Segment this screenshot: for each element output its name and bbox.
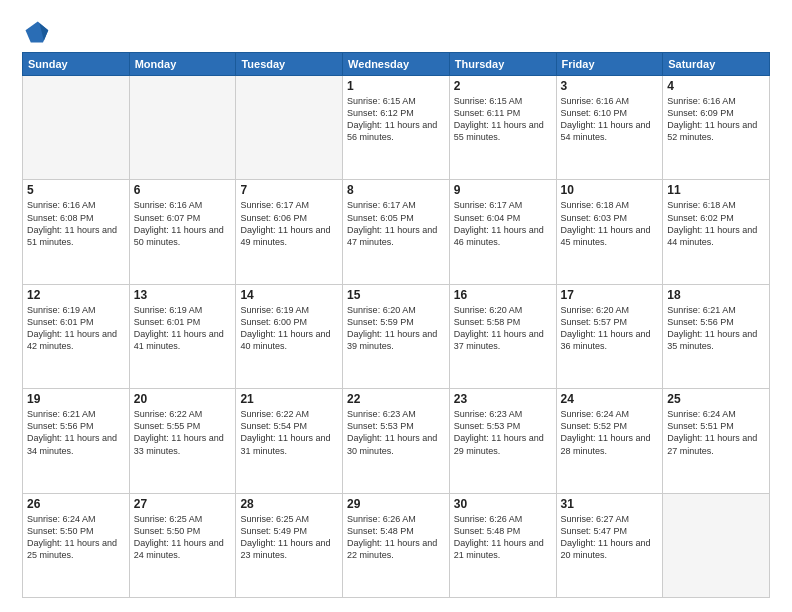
day-number: 25 <box>667 392 765 406</box>
calendar-cell: 8Sunrise: 6:17 AMSunset: 6:05 PMDaylight… <box>343 180 450 284</box>
day-header-thursday: Thursday <box>449 53 556 76</box>
calendar-cell: 27Sunrise: 6:25 AMSunset: 5:50 PMDayligh… <box>129 493 236 597</box>
cell-text: Sunrise: 6:15 AMSunset: 6:12 PMDaylight:… <box>347 95 445 144</box>
cell-text: Sunrise: 6:24 AMSunset: 5:50 PMDaylight:… <box>27 513 125 562</box>
day-number: 26 <box>27 497 125 511</box>
cell-text: Sunrise: 6:26 AMSunset: 5:48 PMDaylight:… <box>454 513 552 562</box>
day-number: 17 <box>561 288 659 302</box>
cell-text: Sunrise: 6:25 AMSunset: 5:50 PMDaylight:… <box>134 513 232 562</box>
cell-text: Sunrise: 6:21 AMSunset: 5:56 PMDaylight:… <box>27 408 125 457</box>
cell-text: Sunrise: 6:21 AMSunset: 5:56 PMDaylight:… <box>667 304 765 353</box>
day-number: 18 <box>667 288 765 302</box>
day-number: 23 <box>454 392 552 406</box>
day-number: 7 <box>240 183 338 197</box>
logo <box>22 18 54 46</box>
calendar-cell: 16Sunrise: 6:20 AMSunset: 5:58 PMDayligh… <box>449 284 556 388</box>
calendar-cell: 10Sunrise: 6:18 AMSunset: 6:03 PMDayligh… <box>556 180 663 284</box>
calendar-cell: 25Sunrise: 6:24 AMSunset: 5:51 PMDayligh… <box>663 389 770 493</box>
cell-text: Sunrise: 6:16 AMSunset: 6:09 PMDaylight:… <box>667 95 765 144</box>
calendar-cell: 19Sunrise: 6:21 AMSunset: 5:56 PMDayligh… <box>23 389 130 493</box>
day-header-tuesday: Tuesday <box>236 53 343 76</box>
day-number: 27 <box>134 497 232 511</box>
cell-text: Sunrise: 6:25 AMSunset: 5:49 PMDaylight:… <box>240 513 338 562</box>
cell-text: Sunrise: 6:16 AMSunset: 6:08 PMDaylight:… <box>27 199 125 248</box>
cell-text: Sunrise: 6:26 AMSunset: 5:48 PMDaylight:… <box>347 513 445 562</box>
day-number: 1 <box>347 79 445 93</box>
calendar-cell <box>663 493 770 597</box>
cell-text: Sunrise: 6:24 AMSunset: 5:52 PMDaylight:… <box>561 408 659 457</box>
calendar-cell: 18Sunrise: 6:21 AMSunset: 5:56 PMDayligh… <box>663 284 770 388</box>
calendar-cell: 5Sunrise: 6:16 AMSunset: 6:08 PMDaylight… <box>23 180 130 284</box>
day-header-monday: Monday <box>129 53 236 76</box>
calendar-cell: 28Sunrise: 6:25 AMSunset: 5:49 PMDayligh… <box>236 493 343 597</box>
page: SundayMondayTuesdayWednesdayThursdayFrid… <box>0 0 792 612</box>
cell-text: Sunrise: 6:16 AMSunset: 6:07 PMDaylight:… <box>134 199 232 248</box>
day-number: 16 <box>454 288 552 302</box>
calendar-cell <box>129 76 236 180</box>
calendar-cell: 1Sunrise: 6:15 AMSunset: 6:12 PMDaylight… <box>343 76 450 180</box>
calendar-cell: 20Sunrise: 6:22 AMSunset: 5:55 PMDayligh… <box>129 389 236 493</box>
cell-text: Sunrise: 6:20 AMSunset: 5:58 PMDaylight:… <box>454 304 552 353</box>
day-number: 28 <box>240 497 338 511</box>
cell-text: Sunrise: 6:17 AMSunset: 6:05 PMDaylight:… <box>347 199 445 248</box>
calendar-cell: 14Sunrise: 6:19 AMSunset: 6:00 PMDayligh… <box>236 284 343 388</box>
day-number: 8 <box>347 183 445 197</box>
calendar-week-5: 26Sunrise: 6:24 AMSunset: 5:50 PMDayligh… <box>23 493 770 597</box>
calendar-week-4: 19Sunrise: 6:21 AMSunset: 5:56 PMDayligh… <box>23 389 770 493</box>
calendar-cell: 13Sunrise: 6:19 AMSunset: 6:01 PMDayligh… <box>129 284 236 388</box>
day-number: 10 <box>561 183 659 197</box>
day-number: 6 <box>134 183 232 197</box>
day-number: 13 <box>134 288 232 302</box>
day-number: 30 <box>454 497 552 511</box>
day-number: 14 <box>240 288 338 302</box>
day-number: 21 <box>240 392 338 406</box>
cell-text: Sunrise: 6:19 AMSunset: 6:00 PMDaylight:… <box>240 304 338 353</box>
calendar-cell: 2Sunrise: 6:15 AMSunset: 6:11 PMDaylight… <box>449 76 556 180</box>
day-number: 29 <box>347 497 445 511</box>
calendar-cell <box>236 76 343 180</box>
cell-text: Sunrise: 6:18 AMSunset: 6:03 PMDaylight:… <box>561 199 659 248</box>
cell-text: Sunrise: 6:24 AMSunset: 5:51 PMDaylight:… <box>667 408 765 457</box>
calendar-cell: 22Sunrise: 6:23 AMSunset: 5:53 PMDayligh… <box>343 389 450 493</box>
cell-text: Sunrise: 6:20 AMSunset: 5:57 PMDaylight:… <box>561 304 659 353</box>
day-number: 2 <box>454 79 552 93</box>
cell-text: Sunrise: 6:17 AMSunset: 6:06 PMDaylight:… <box>240 199 338 248</box>
day-number: 5 <box>27 183 125 197</box>
calendar-cell: 26Sunrise: 6:24 AMSunset: 5:50 PMDayligh… <box>23 493 130 597</box>
cell-text: Sunrise: 6:23 AMSunset: 5:53 PMDaylight:… <box>454 408 552 457</box>
cell-text: Sunrise: 6:15 AMSunset: 6:11 PMDaylight:… <box>454 95 552 144</box>
day-number: 3 <box>561 79 659 93</box>
calendar-week-2: 5Sunrise: 6:16 AMSunset: 6:08 PMDaylight… <box>23 180 770 284</box>
cell-text: Sunrise: 6:22 AMSunset: 5:54 PMDaylight:… <box>240 408 338 457</box>
calendar-week-3: 12Sunrise: 6:19 AMSunset: 6:01 PMDayligh… <box>23 284 770 388</box>
header <box>22 18 770 46</box>
calendar-cell: 6Sunrise: 6:16 AMSunset: 6:07 PMDaylight… <box>129 180 236 284</box>
calendar-cell: 23Sunrise: 6:23 AMSunset: 5:53 PMDayligh… <box>449 389 556 493</box>
day-number: 19 <box>27 392 125 406</box>
day-number: 31 <box>561 497 659 511</box>
calendar-cell: 29Sunrise: 6:26 AMSunset: 5:48 PMDayligh… <box>343 493 450 597</box>
day-number: 24 <box>561 392 659 406</box>
day-number: 22 <box>347 392 445 406</box>
calendar-table: SundayMondayTuesdayWednesdayThursdayFrid… <box>22 52 770 598</box>
cell-text: Sunrise: 6:23 AMSunset: 5:53 PMDaylight:… <box>347 408 445 457</box>
calendar-cell: 31Sunrise: 6:27 AMSunset: 5:47 PMDayligh… <box>556 493 663 597</box>
cell-text: Sunrise: 6:27 AMSunset: 5:47 PMDaylight:… <box>561 513 659 562</box>
day-number: 20 <box>134 392 232 406</box>
calendar-cell <box>23 76 130 180</box>
day-number: 15 <box>347 288 445 302</box>
day-number: 11 <box>667 183 765 197</box>
cell-text: Sunrise: 6:22 AMSunset: 5:55 PMDaylight:… <box>134 408 232 457</box>
calendar-cell: 9Sunrise: 6:17 AMSunset: 6:04 PMDaylight… <box>449 180 556 284</box>
calendar-cell: 30Sunrise: 6:26 AMSunset: 5:48 PMDayligh… <box>449 493 556 597</box>
day-header-saturday: Saturday <box>663 53 770 76</box>
cell-text: Sunrise: 6:19 AMSunset: 6:01 PMDaylight:… <box>27 304 125 353</box>
logo-icon <box>22 18 50 46</box>
cell-text: Sunrise: 6:20 AMSunset: 5:59 PMDaylight:… <box>347 304 445 353</box>
calendar-cell: 3Sunrise: 6:16 AMSunset: 6:10 PMDaylight… <box>556 76 663 180</box>
calendar-cell: 17Sunrise: 6:20 AMSunset: 5:57 PMDayligh… <box>556 284 663 388</box>
day-number: 12 <box>27 288 125 302</box>
day-number: 9 <box>454 183 552 197</box>
calendar-cell: 7Sunrise: 6:17 AMSunset: 6:06 PMDaylight… <box>236 180 343 284</box>
cell-text: Sunrise: 6:18 AMSunset: 6:02 PMDaylight:… <box>667 199 765 248</box>
